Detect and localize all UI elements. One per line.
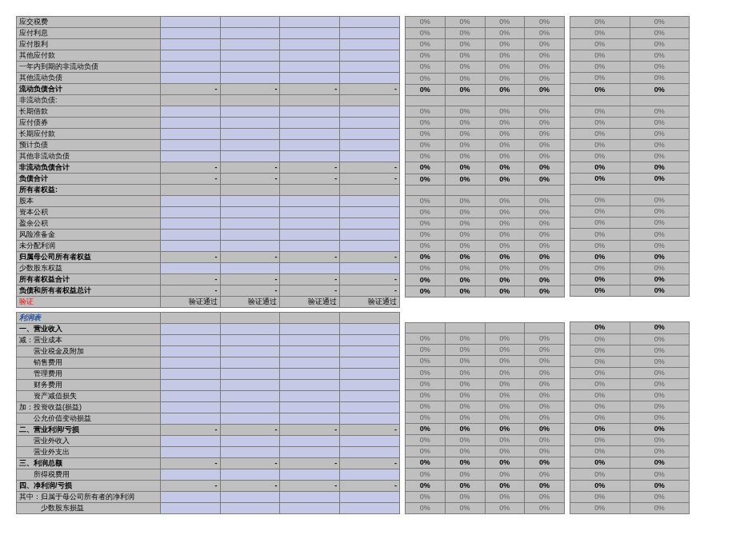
input-cell[interactable] [340,436,400,447]
input-cell[interactable] [280,469,340,481]
input-cell[interactable] [220,241,280,252]
input-cell[interactable] [220,39,280,50]
input-cell[interactable] [280,28,340,39]
input-cell[interactable] [340,140,400,151]
input-cell[interactable] [160,369,220,380]
input-cell[interactable] [160,17,220,28]
input-cell[interactable] [280,391,340,402]
input-cell[interactable] [220,369,280,380]
input-cell[interactable] [280,50,340,62]
input-cell[interactable] [280,357,340,369]
input-cell[interactable] [220,402,280,413]
input-cell[interactable] [220,140,280,151]
input-cell[interactable] [160,140,220,151]
input-cell[interactable] [160,402,220,413]
input-cell[interactable] [340,62,400,73]
input-cell[interactable] [160,503,220,514]
input-cell[interactable] [160,39,220,50]
input-cell[interactable] [280,324,340,335]
input-cell[interactable] [340,346,400,357]
input-cell[interactable] [220,436,280,447]
input-cell[interactable] [340,335,400,346]
input-cell[interactable] [340,73,400,84]
input-cell[interactable] [340,369,400,380]
input-cell[interactable] [280,196,340,207]
input-cell[interactable] [340,28,400,39]
input-cell[interactable] [160,436,220,447]
input-cell[interactable] [340,196,400,207]
input-cell[interactable] [160,196,220,207]
input-cell[interactable] [160,413,220,425]
input-cell[interactable] [160,391,220,402]
input-cell[interactable] [220,151,280,162]
input-cell[interactable] [340,17,400,28]
input-cell[interactable] [220,503,280,514]
input-cell[interactable] [280,129,340,140]
input-cell[interactable] [340,241,400,252]
input-cell[interactable] [340,39,400,50]
input-cell[interactable] [160,73,220,84]
input-cell[interactable] [340,230,400,241]
input-cell[interactable] [160,62,220,73]
input-cell[interactable] [280,241,340,252]
input-cell[interactable] [160,129,220,140]
input-cell[interactable] [280,346,340,357]
input-cell[interactable] [340,118,400,129]
input-cell[interactable] [220,73,280,84]
input-cell[interactable] [280,503,340,514]
input-cell[interactable] [280,106,340,118]
input-cell[interactable] [280,207,340,218]
input-cell[interactable] [220,230,280,241]
input-cell[interactable] [280,380,340,391]
input-cell[interactable] [160,218,220,230]
input-cell[interactable] [220,17,280,28]
input-cell[interactable] [220,413,280,425]
input-cell[interactable] [280,73,340,84]
input-cell[interactable] [220,196,280,207]
input-cell[interactable] [160,346,220,357]
input-cell[interactable] [340,380,400,391]
input-cell[interactable] [220,335,280,346]
input-cell[interactable] [280,140,340,151]
input-cell[interactable] [220,62,280,73]
input-cell[interactable] [280,218,340,230]
input-cell[interactable] [160,118,220,129]
input-cell[interactable] [340,357,400,369]
input-cell[interactable] [220,391,280,402]
input-cell[interactable] [340,207,400,218]
input-cell[interactable] [220,263,280,274]
input-cell[interactable] [340,503,400,514]
input-cell[interactable] [220,50,280,62]
input-cell[interactable] [220,447,280,458]
input-cell[interactable] [220,324,280,335]
input-cell[interactable] [220,129,280,140]
input-cell[interactable] [160,335,220,346]
input-cell[interactable] [340,151,400,162]
input-cell[interactable] [160,207,220,218]
input-cell[interactable] [280,447,340,458]
input-cell[interactable] [340,492,400,503]
input-cell[interactable] [220,469,280,481]
input-cell[interactable] [280,436,340,447]
input-cell[interactable] [220,106,280,118]
input-cell[interactable] [160,492,220,503]
input-cell[interactable] [340,324,400,335]
input-cell[interactable] [340,50,400,62]
input-cell[interactable] [220,118,280,129]
input-cell[interactable] [220,207,280,218]
input-cell[interactable] [160,28,220,39]
input-cell[interactable] [220,492,280,503]
input-cell[interactable] [340,129,400,140]
input-cell[interactable] [160,469,220,481]
input-cell[interactable] [160,151,220,162]
input-cell[interactable] [340,447,400,458]
input-cell[interactable] [160,380,220,391]
input-cell[interactable] [160,324,220,335]
input-cell[interactable] [220,357,280,369]
input-cell[interactable] [280,413,340,425]
input-cell[interactable] [160,357,220,369]
input-cell[interactable] [340,402,400,413]
input-cell[interactable] [280,335,340,346]
input-cell[interactable] [280,118,340,129]
input-cell[interactable] [340,106,400,118]
